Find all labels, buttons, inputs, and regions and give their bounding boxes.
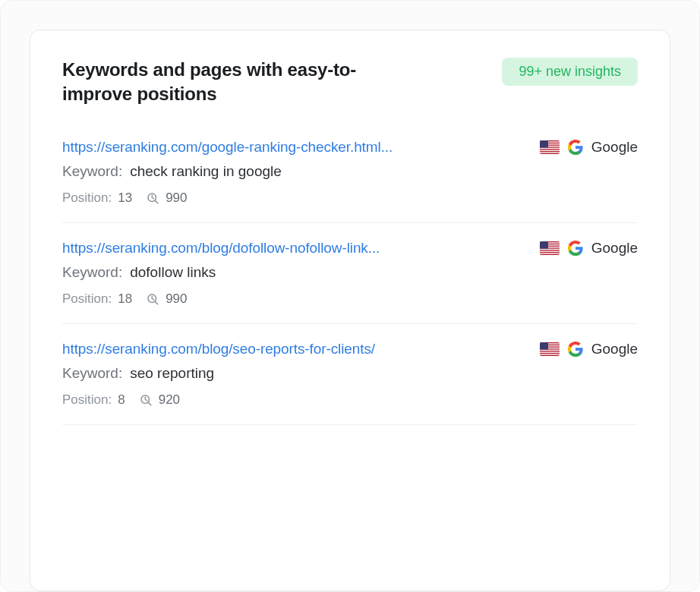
- position-value: 8: [118, 392, 125, 408]
- cursor-click-icon: [146, 292, 159, 306]
- svg-rect-16: [540, 241, 548, 249]
- search-engine-indicator: Google: [540, 139, 638, 156]
- svg-rect-7: [540, 140, 548, 148]
- google-icon: [567, 341, 584, 357]
- svg-rect-4: [540, 147, 560, 148]
- svg-rect-6: [540, 152, 560, 153]
- us-flag-icon: [540, 241, 560, 255]
- page-url-link[interactable]: https://seranking.com/google-ranking-che…: [62, 139, 528, 156]
- meta-line: Position: 13 990: [62, 191, 638, 206]
- keyword-line: Keyword: seo reporting: [62, 365, 638, 382]
- card-header: Keywords and pages with easy-to-improve …: [62, 58, 638, 107]
- outer-frame: Keywords and pages with easy-to-improve …: [0, 0, 700, 592]
- meta-line: Position: 18 990: [62, 291, 638, 307]
- meta-line: Position: 8 920: [62, 392, 638, 408]
- keyword-line: Keyword: dofollow links: [62, 264, 638, 281]
- svg-rect-23: [540, 351, 560, 352]
- keyword-value: seo reporting: [130, 365, 214, 382]
- position-label: Position:: [62, 291, 112, 307]
- row-top: https://seranking.com/blog/seo-reports-f…: [62, 341, 638, 357]
- search-engine-indicator: Google: [540, 341, 638, 357]
- row-top: https://seranking.com/google-ranking-che…: [62, 139, 638, 156]
- page-url-link[interactable]: https://seranking.com/blog/seo-reports-f…: [62, 341, 528, 357]
- svg-rect-14: [540, 250, 560, 251]
- keyword-value: check ranking in google: [130, 163, 282, 180]
- volume-value: 990: [166, 291, 187, 307]
- google-icon: [567, 139, 584, 156]
- row-top: https://seranking.com/blog/dofollow-nofo…: [62, 240, 638, 257]
- us-flag-icon: [540, 342, 560, 356]
- us-flag-icon: [540, 140, 560, 154]
- google-icon: [567, 240, 584, 257]
- search-engine-indicator: Google: [540, 240, 638, 257]
- engine-label: Google: [591, 240, 638, 257]
- keyword-label: Keyword:: [62, 365, 122, 382]
- volume-value: 920: [159, 392, 180, 408]
- cursor-click-icon: [146, 191, 159, 205]
- engine-label: Google: [591, 341, 638, 357]
- svg-rect-25: [540, 342, 548, 350]
- insight-row[interactable]: https://seranking.com/blog/dofollow-nofo…: [62, 240, 638, 324]
- insight-row[interactable]: https://seranking.com/blog/seo-reports-f…: [62, 341, 638, 425]
- keyword-value: dofollow links: [130, 264, 216, 281]
- position-label: Position:: [62, 392, 112, 408]
- insights-card: Keywords and pages with easy-to-improve …: [30, 30, 670, 591]
- position-value: 13: [118, 191, 132, 206]
- position-value: 18: [118, 291, 132, 307]
- svg-rect-13: [540, 248, 560, 249]
- svg-rect-15: [540, 253, 560, 253]
- insight-row[interactable]: https://seranking.com/google-ranking-che…: [62, 139, 638, 223]
- svg-rect-5: [540, 150, 560, 150]
- position-label: Position:: [62, 191, 112, 206]
- new-insights-badge[interactable]: 99+ new insights: [502, 58, 638, 86]
- keyword-label: Keyword:: [62, 163, 122, 180]
- page-url-link[interactable]: https://seranking.com/blog/dofollow-nofo…: [62, 240, 528, 257]
- volume-value: 990: [166, 191, 187, 206]
- cursor-click-icon: [139, 393, 153, 407]
- keyword-line: Keyword: check ranking in google: [62, 163, 638, 180]
- svg-rect-24: [540, 354, 560, 354]
- keyword-label: Keyword:: [62, 264, 122, 281]
- engine-label: Google: [591, 139, 638, 156]
- svg-rect-22: [540, 349, 560, 350]
- card-title: Keywords and pages with easy-to-improve …: [62, 58, 381, 107]
